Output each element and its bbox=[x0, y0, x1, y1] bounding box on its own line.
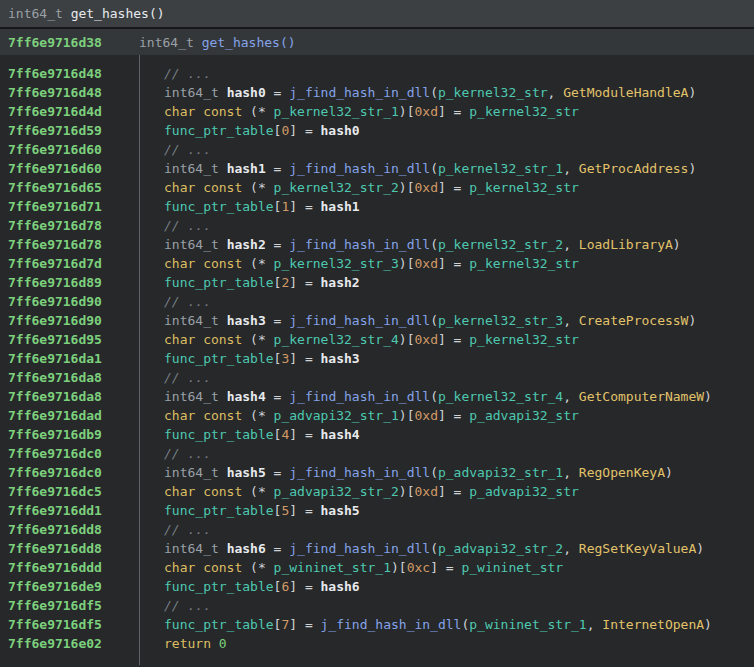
token-var[interactable]: p_kernel32_str bbox=[469, 256, 579, 271]
token-fn[interactable]: j_find_hash_in_dll bbox=[289, 465, 430, 480]
address[interactable]: 7ff6e9716dd8 bbox=[8, 520, 139, 539]
token-num[interactable]: 0xc bbox=[407, 560, 430, 575]
token-var[interactable]: func_ptr_table bbox=[164, 579, 274, 594]
token-var[interactable]: p_kernel32_str bbox=[438, 85, 548, 100]
address[interactable]: 7ff6e9716d4d bbox=[8, 102, 139, 121]
address[interactable]: 7ff6e9716d90 bbox=[8, 292, 139, 311]
token-id[interactable]: hash0 bbox=[227, 85, 266, 100]
token-fn[interactable]: j_find_hash_in_dll bbox=[321, 617, 462, 632]
token-api[interactable]: GetProcAddress bbox=[579, 161, 689, 176]
token-fn[interactable]: j_find_hash_in_dll bbox=[289, 161, 430, 176]
address[interactable]: 7ff6e9716ddd bbox=[8, 558, 139, 577]
token-var[interactable]: p_kernel32_str_2 bbox=[438, 237, 563, 252]
address[interactable]: 7ff6e9716d7d bbox=[8, 254, 139, 273]
token-fn[interactable]: j_find_hash_in_dll bbox=[289, 85, 430, 100]
address[interactable]: 7ff6e9716d48 bbox=[8, 83, 139, 102]
address[interactable]: 7ff6e9716df5 bbox=[8, 615, 139, 634]
address[interactable]: 7ff6e9716d89 bbox=[8, 273, 139, 292]
address[interactable]: 7ff6e9716dd8 bbox=[8, 539, 139, 558]
address[interactable]: 7ff6e9716df5 bbox=[8, 596, 139, 615]
token-num[interactable]: 0xd bbox=[414, 484, 437, 499]
token-var[interactable]: func_ptr_table bbox=[164, 351, 274, 366]
token-var[interactable]: func_ptr_table bbox=[164, 503, 274, 518]
token-id[interactable]: hash3 bbox=[321, 351, 360, 366]
address[interactable]: 7ff6e9716dc0 bbox=[8, 463, 139, 482]
address[interactable]: 7ff6e9716d60 bbox=[8, 159, 139, 178]
token-var[interactable]: p_kernel32_str_4 bbox=[438, 389, 563, 404]
token-fn[interactable]: j_find_hash_in_dll bbox=[289, 389, 430, 404]
token-id[interactable]: hash6 bbox=[321, 579, 360, 594]
address[interactable]: 7ff6e9716d71 bbox=[8, 197, 139, 216]
token-var[interactable]: p_kernel32_str_3 bbox=[274, 256, 399, 271]
token-id[interactable]: hash4 bbox=[321, 427, 360, 442]
token-api[interactable]: RegSetKeyValueA bbox=[579, 541, 696, 556]
token-fn[interactable]: j_find_hash_in_dll bbox=[289, 313, 430, 328]
token-var[interactable]: p_advapi32_str_1 bbox=[438, 465, 563, 480]
token-var[interactable]: p_kernel32_str_2 bbox=[274, 180, 399, 195]
address[interactable]: 7ff6e9716da8 bbox=[8, 368, 139, 387]
address[interactable]: 7ff6e9716dad bbox=[8, 406, 139, 425]
address[interactable]: 7ff6e9716da8 bbox=[8, 387, 139, 406]
token-id[interactable]: hash3 bbox=[227, 313, 266, 328]
token-num[interactable]: 0xd bbox=[414, 408, 437, 423]
token-var[interactable]: p_wininet_str_1 bbox=[274, 560, 391, 575]
token-var[interactable]: p_kernel32_str bbox=[469, 104, 579, 119]
token-api[interactable]: GetComputerNameW bbox=[579, 389, 704, 404]
token-api[interactable]: CreateProcessW bbox=[579, 313, 689, 328]
token-id[interactable]: hash0 bbox=[321, 123, 360, 138]
token-var[interactable]: func_ptr_table bbox=[164, 199, 274, 214]
token-var[interactable]: func_ptr_table bbox=[164, 617, 274, 632]
address[interactable]: 7ff6e9716dc0 bbox=[8, 444, 139, 463]
token-var[interactable]: p_advapi32_str bbox=[469, 484, 579, 499]
token-var[interactable]: func_ptr_table bbox=[164, 427, 274, 442]
token-api[interactable]: GetModuleHandleA bbox=[563, 85, 688, 100]
address[interactable]: 7ff6e9716e02 bbox=[8, 634, 139, 653]
token-fn[interactable]: j_find_hash_in_dll bbox=[289, 237, 430, 252]
address[interactable]: 7ff6e9716d59 bbox=[8, 121, 139, 140]
address[interactable]: 7ff6e9716db9 bbox=[8, 425, 139, 444]
token-api[interactable]: RegOpenKeyA bbox=[579, 465, 665, 480]
token-num[interactable]: 0xd bbox=[414, 256, 437, 271]
address[interactable]: 7ff6e9716dc5 bbox=[8, 482, 139, 501]
token-var[interactable]: p_wininet_str_1 bbox=[469, 617, 586, 632]
address[interactable]: 7ff6e9716de9 bbox=[8, 577, 139, 596]
token-fn[interactable]: j_find_hash_in_dll bbox=[289, 541, 430, 556]
token-var[interactable]: p_kernel32_str_1 bbox=[274, 104, 399, 119]
token-var[interactable]: p_kernel32_str bbox=[469, 180, 579, 195]
token-var[interactable]: p_kernel32_str_3 bbox=[438, 313, 563, 328]
address[interactable]: 7ff6e9716d48 bbox=[8, 64, 139, 83]
address[interactable]: 7ff6e9716d65 bbox=[8, 178, 139, 197]
address[interactable]: 7ff6e9716da1 bbox=[8, 349, 139, 368]
token-id[interactable]: hash1 bbox=[321, 199, 360, 214]
token-id[interactable]: hash5 bbox=[321, 503, 360, 518]
token-var[interactable]: func_ptr_table bbox=[164, 123, 274, 138]
token-var[interactable]: func_ptr_table bbox=[164, 275, 274, 290]
address[interactable]: 7ff6e9716d60 bbox=[8, 140, 139, 159]
token-id[interactable]: hash6 bbox=[227, 541, 266, 556]
address[interactable]: 7ff6e9716d90 bbox=[8, 311, 139, 330]
address[interactable]: 7ff6e9716dd1 bbox=[8, 501, 139, 520]
token-var[interactable]: p_kernel32_str_1 bbox=[438, 161, 563, 176]
signature-address[interactable]: 7ff6e9716d38 bbox=[0, 35, 139, 50]
token-api[interactable]: InternetOpenA bbox=[602, 617, 704, 632]
token-var[interactable]: p_wininet_str bbox=[461, 560, 563, 575]
address[interactable]: 7ff6e9716d78 bbox=[8, 216, 139, 235]
token-id[interactable]: hash2 bbox=[227, 237, 266, 252]
token-id[interactable]: hash5 bbox=[227, 465, 266, 480]
token-num[interactable]: 0xd bbox=[414, 104, 437, 119]
token-id[interactable]: hash1 bbox=[227, 161, 266, 176]
token-api[interactable]: LoadLibraryA bbox=[579, 237, 673, 252]
token-var[interactable]: p_advapi32_str bbox=[469, 408, 579, 423]
address[interactable]: 7ff6e9716d95 bbox=[8, 330, 139, 349]
token-num[interactable]: 0xd bbox=[414, 332, 437, 347]
token-id[interactable]: hash4 bbox=[227, 389, 266, 404]
token-var[interactable]: p_kernel32_str bbox=[469, 332, 579, 347]
address[interactable]: 7ff6e9716d78 bbox=[8, 235, 139, 254]
token-id[interactable]: hash2 bbox=[321, 275, 360, 290]
token-var[interactable]: p_advapi32_str_2 bbox=[438, 541, 563, 556]
signature-function-name[interactable]: get_hashes() bbox=[202, 35, 296, 50]
token-var[interactable]: p_advapi32_str_1 bbox=[274, 408, 399, 423]
token-num[interactable]: 0xd bbox=[414, 180, 437, 195]
token-var[interactable]: p_advapi32_str_2 bbox=[274, 484, 399, 499]
token-var[interactable]: p_kernel32_str_4 bbox=[274, 332, 399, 347]
